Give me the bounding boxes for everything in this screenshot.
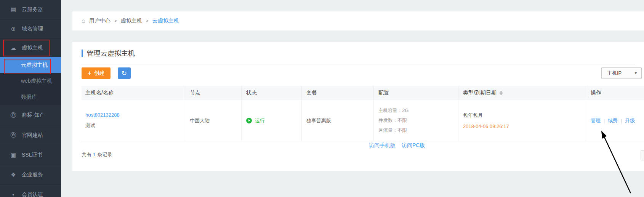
header-status: 状态 (241, 86, 301, 100)
sidebar-lower-group: Ⓡ 商标·知产 ⓔ 官网建站 ▣ SSL证书 ❖ 企业服务 • 会员认证 (0, 105, 61, 197)
sidebar-item-label: 官网建站 (22, 132, 43, 139)
submenu-item-cloud-virtual-host[interactable]: 云虚拟主机 (0, 57, 61, 73)
cell-status: 运行 (241, 100, 301, 141)
config-concurrency: 并发数：不限 (378, 117, 409, 124)
breadcrumb-cloud-virtual-host[interactable]: 云虚拟主机 (152, 18, 179, 24)
record-count: 1 (91, 152, 97, 157)
title-accent-bar (82, 50, 83, 57)
node-value: 中国大陆 (190, 117, 210, 124)
expire-date: 2018-04-06 09:26:17 (463, 123, 509, 129)
breadcrumb-separator: > (114, 18, 117, 24)
server-icon: ▤ (10, 6, 17, 13)
submenu-item-label: web虚拟主机 (21, 78, 52, 85)
plan-value: 独享普惠版 (306, 117, 331, 124)
sidebar-item-trademark[interactable]: Ⓡ 商标·知产 (0, 105, 61, 125)
header-config: 配置 (373, 86, 458, 100)
create-button[interactable]: + 创建 (82, 67, 111, 79)
globe-icon: ⊕ (10, 26, 17, 32)
upgrade-link[interactable]: 升级 (625, 117, 635, 124)
enterprise-icon: ❖ (10, 171, 17, 178)
submenu-item-label: 数据库 (21, 94, 37, 101)
member-icon: • (10, 191, 17, 197)
header-label: 类型/到期日期 (463, 90, 497, 96)
virtual-host-submenu: 云虚拟主机 web虚拟主机 数据库 (0, 57, 61, 105)
cell-actions: 管理 | 续费 | 升级 (586, 100, 644, 141)
header-label: 状态 (246, 90, 257, 96)
footer-links: 访问手机版 访问PC版 (369, 142, 425, 149)
sort-icon[interactable] (500, 91, 503, 95)
summary-prefix: 共有 (82, 152, 91, 157)
refresh-icon: ↻ (122, 69, 127, 77)
submenu-item-web-virtual-host[interactable]: web虚拟主机 (0, 73, 61, 89)
action-separator: | (621, 118, 622, 123)
manage-link[interactable]: 管理 (591, 117, 601, 124)
sidebar-item-label: 虚拟主机 (22, 45, 43, 51)
breadcrumb-user-center[interactable]: 用户中心 (89, 18, 111, 24)
cell-plan: 独享普惠版 (301, 100, 373, 141)
toolbar: + 创建 ↻ 主机IP ▼ (82, 67, 644, 80)
config-traffic: 月流量：不限 (378, 127, 409, 134)
running-status-icon (246, 118, 252, 123)
host-alias: 测试 (85, 122, 120, 129)
breadcrumb: ⌂ 用户中心 > 虚拟主机 > 云虚拟主机 (72, 11, 644, 30)
submenu-item-database[interactable]: 数据库 (0, 89, 61, 105)
cloud-host-icon: ☁ (10, 45, 17, 51)
pc-version-link[interactable]: 访问PC版 (402, 142, 425, 149)
cell-config: 主机容量：2G 并发数：不限 月流量：不限 (373, 100, 458, 141)
table-header-row: 主机名/名称 节点 状态 套餐 配置 类型/到期日期 操作 (82, 86, 644, 100)
status-text: 运行 (255, 117, 265, 124)
sidebar-item-label: 域名管理 (22, 26, 43, 32)
cell-node: 中国大陆 (185, 100, 241, 141)
breadcrumb-virtual-host[interactable]: 虚拟主机 (121, 18, 142, 24)
website-icon: ⓔ (10, 131, 17, 139)
home-icon: ⌂ (82, 18, 85, 24)
host-ip-filter-dropdown[interactable]: 主机IP ▼ (601, 67, 642, 79)
sidebar-item-member[interactable]: • 会员认证 (0, 184, 61, 197)
header-label: 套餐 (306, 90, 317, 96)
header-host-name: 主机名/名称 (82, 86, 185, 100)
trademark-icon: Ⓡ (10, 112, 17, 119)
submenu-item-label: 云虚拟主机 (21, 62, 48, 69)
filter-selected-value: 主机IP (607, 70, 622, 77)
sidebar-item-label: SSL证书 (22, 152, 42, 159)
sidebar-item-label: 会员认证 (22, 191, 43, 197)
record-summary: 共有1条记录 (82, 151, 644, 158)
billing-type: 包年包月 (463, 112, 509, 119)
sidebar-item-ssl-certificate[interactable]: ▣ SSL证书 (0, 145, 61, 165)
certificate-icon: ▣ (10, 152, 17, 159)
sidebar-item-cloud-server[interactable]: ▤ 云服务器 (0, 0, 61, 19)
sidebar-item-virtual-host[interactable]: ☁ 虚拟主机 (0, 38, 61, 57)
sidebar-item-domain[interactable]: ⊕ 域名管理 (0, 19, 61, 38)
header-plan: 套餐 (301, 86, 373, 100)
cell-host-name: host802132288 测试 (82, 100, 185, 141)
header-label: 节点 (190, 90, 200, 96)
header-type-expiry: 类型/到期日期 (458, 86, 586, 100)
main-content: ⌂ 用户中心 > 虚拟主机 > 云虚拟主机 管理云虚拟主机 + 创建 ↻ 主机I… (61, 0, 644, 197)
host-table: 主机名/名称 节点 状态 套餐 配置 类型/到期日期 操作 host802132… (82, 86, 644, 141)
manage-host-panel: 管理云虚拟主机 + 创建 ↻ 主机IP ▼ 主机名/名称 节点 状态 套餐 配置 (72, 42, 644, 171)
page-title: 管理云虚拟主机 (87, 49, 135, 58)
table-row: host802132288 测试 中国大陆 运行 独享普惠版 (82, 100, 644, 141)
cell-type-expiry: 包年包月 2018-04-06 09:26:17 (458, 100, 586, 141)
refresh-button[interactable]: ↻ (118, 67, 131, 79)
plus-icon: + (88, 70, 91, 77)
header-actions: 操作 (586, 86, 644, 100)
header-label: 主机名/名称 (85, 90, 114, 96)
sidebar: ▤ 云服务器 ⊕ 域名管理 ☁ 虚拟主机 云虚拟主机 web虚拟主机 数据库 Ⓡ… (0, 0, 61, 197)
header-label: 操作 (591, 90, 601, 96)
title-divider (82, 64, 635, 64)
breadcrumb-separator: > (146, 18, 149, 24)
host-name-link[interactable]: host802132288 (85, 112, 120, 118)
chevron-down-icon: ▼ (634, 71, 638, 75)
create-button-label: 创建 (94, 70, 104, 77)
sidebar-item-enterprise-service[interactable]: ❖ 企业服务 (0, 165, 61, 184)
sidebar-item-label: 云服务器 (22, 6, 43, 13)
pagination-button-fragment[interactable] (641, 150, 644, 160)
panel-title: 管理云虚拟主机 (72, 42, 644, 58)
sidebar-item-website-builder[interactable]: ⓔ 官网建站 (0, 125, 61, 145)
sidebar-item-label: 企业服务 (22, 171, 43, 178)
mobile-version-link[interactable]: 访问手机版 (369, 142, 396, 149)
renew-link[interactable]: 续费 (608, 117, 618, 124)
sidebar-item-label: 商标·知产 (22, 112, 45, 119)
header-node: 节点 (185, 86, 241, 100)
